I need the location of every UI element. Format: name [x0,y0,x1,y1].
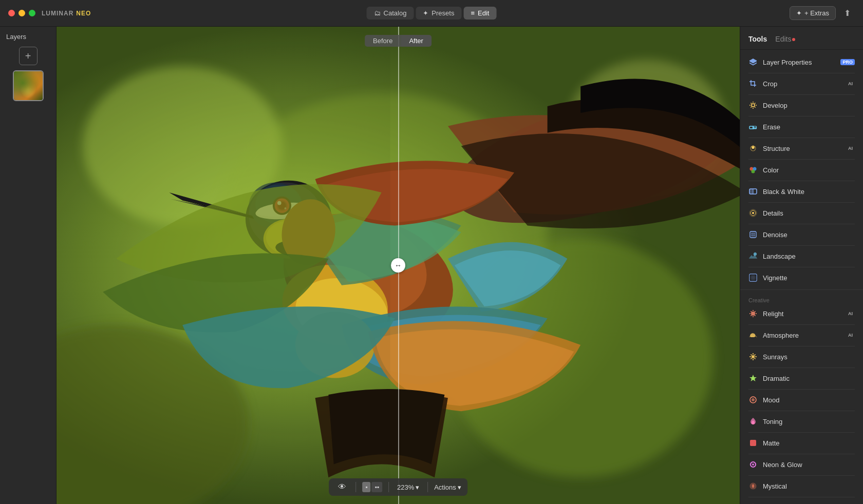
tool-item-mystical[interactable]: Mystical [740,478,863,495]
after-label[interactable]: After [401,35,431,47]
fullscreen-button[interactable] [29,10,35,16]
tool-item-erase[interactable]: Erase [740,119,863,135]
view-single-button[interactable]: ▪ [362,482,370,492]
tool-item-details[interactable]: Details [740,205,863,222]
sunrays-icon [748,352,758,361]
svg-rect-50 [750,440,756,446]
tool-item-color[interactable]: Color [740,162,863,179]
bw-icon [748,187,758,196]
titlebar-right: ✦ + Extras ⬆ [790,6,855,20]
tool-item-mood[interactable]: Mood [740,392,863,409]
layers-panel: Layers + [0,27,57,504]
divider-13 [748,367,855,368]
color-icon [748,165,758,175]
tool-name-atmosphere: Atmosphere [763,332,840,339]
presets-label: Presets [431,9,454,17]
extras-button[interactable]: ✦ + Extras [790,6,836,20]
tool-item-structure[interactable]: Structure AI [740,140,863,157]
tool-item-matte[interactable]: Matte [740,435,863,452]
before-after-labels: Before After [365,35,431,47]
tools-tab[interactable]: Tools [748,33,767,45]
edits-tab[interactable]: Edits [775,33,795,45]
divider-18 [748,475,855,476]
edit-tab[interactable]: ≡ Edit [463,7,496,20]
minimize-button[interactable] [18,10,25,16]
tool-name-sunrays: Sunrays [763,353,855,361]
zoom-display[interactable]: 223% ▾ [395,483,421,491]
toolbar-divider-1 [355,482,356,492]
tool-item-denoise[interactable]: Denoise [740,226,863,243]
tool-item-sunrays[interactable]: Sunrays [740,348,863,365]
svg-point-38 [752,212,754,214]
layer-thumbnail[interactable] [13,70,44,101]
tool-name-mystical: Mystical [763,482,855,490]
actions-button[interactable]: Actions ▾ [434,483,461,491]
tool-item-dramatic[interactable]: Dramatic [740,370,863,387]
tools-panel: Tools Edits Layer Properties PRO Crop [740,27,863,504]
tool-name-erase: Erase [763,123,855,131]
extras-plus-icon: ✦ [796,9,802,17]
tool-name-develop: Develop [763,102,855,109]
tool-item-toning[interactable]: Toning [740,413,863,430]
tool-item-neon-glow[interactable]: Neon & Glow [740,456,863,473]
layers-title: Layers [4,33,26,41]
divider-3 [748,116,855,117]
vignette-icon [748,273,758,282]
split-handle[interactable]: ↔ [391,258,405,273]
toning-icon [748,417,758,426]
tool-name-vignette: Vignette [763,274,855,282]
presets-icon: ✦ [423,9,428,17]
svg-rect-37 [749,189,753,194]
tool-name-landscape: Landscape [763,253,855,260]
app-name: LUMINAR [42,10,73,17]
tool-item-landscape[interactable]: Landscape [740,248,863,265]
canvas-area[interactable]: Before After ↔ 👁 ▪ ▪▪ 223% [57,27,740,504]
layers-icon [748,57,758,67]
tools-header: Tools Edits [740,27,863,50]
tool-name-bw: Black & White [763,188,855,196]
tool-item-bw[interactable]: Black & White [740,183,863,200]
tool-item-develop[interactable]: Develop [740,97,863,114]
svg-point-53 [752,463,754,466]
view-single-icon: ▪ [365,483,367,491]
toolbar-divider-2 [388,482,389,492]
zoom-value: 223% [397,483,414,491]
eye-button[interactable]: 👁 [335,481,349,493]
share-button[interactable]: ⬆ [840,6,855,20]
divider-11 [748,324,855,325]
tool-item-atmosphere[interactable]: Atmosphere AI [740,327,863,344]
mood-icon [748,395,758,404]
catalog-tab[interactable]: 🗂 Catalog [367,7,414,20]
add-layer-button[interactable]: + [19,47,37,65]
view-split-icon: ▪▪ [374,483,379,491]
pro-badge: PRO [840,59,855,65]
tool-item-vignette[interactable]: Vignette [740,269,863,286]
app-logo: LUMINAR NEO [42,10,91,17]
edit-label: Edit [478,9,489,17]
presets-tab[interactable]: ✦ Presets [416,7,461,20]
divider-6 [748,181,855,181]
divider-16 [748,432,855,433]
svg-point-29 [752,104,755,107]
close-button[interactable] [8,10,15,16]
tools-list: Layer Properties PRO Crop AI Develop [740,50,863,504]
creative-section-divider [740,289,863,290]
tool-item-layer-properties[interactable]: Layer Properties PRO [740,54,863,71]
relight-icon [748,309,758,318]
matte-icon [748,438,758,448]
tool-item-glow[interactable]: Glow [740,499,863,504]
svg-rect-41 [750,231,756,238]
svg-point-49 [752,398,755,401]
view-split-button[interactable]: ▪▪ [371,482,382,492]
titlebar: LUMINAR NEO 🗂 Catalog ✦ Presets ≡ Edit ✦… [0,0,863,27]
divider-4 [748,138,855,138]
tool-item-crop[interactable]: Crop AI [740,75,863,92]
tool-name-relight: Relight [763,310,840,318]
toolbar-divider-3 [427,482,428,492]
divider-5 [748,159,855,160]
before-label[interactable]: Before [365,35,401,47]
edits-tab-label: Edits [775,35,791,43]
tool-item-relight[interactable]: Relight AI [740,305,863,322]
edits-notification-dot [792,38,795,41]
structure-icon [748,144,758,153]
